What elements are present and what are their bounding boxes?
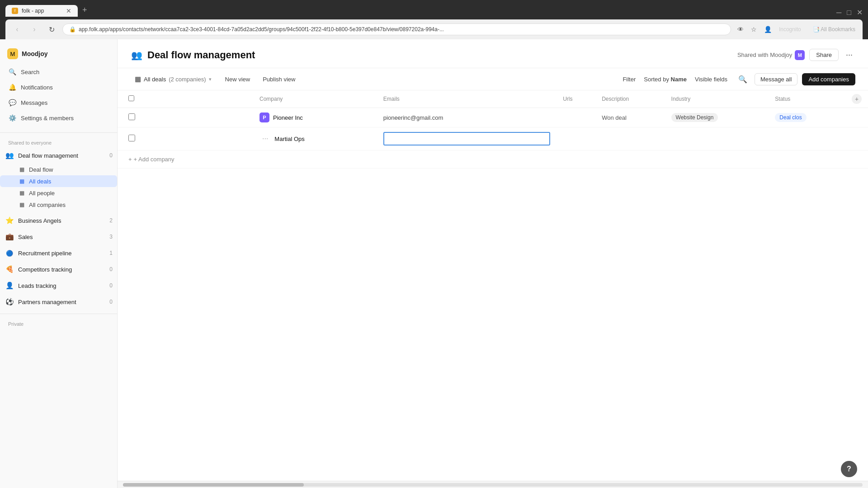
sub-label-all-deals: All deals bbox=[29, 178, 51, 185]
new-tab-button[interactable]: + bbox=[79, 4, 91, 17]
url-cell-martial[interactable] bbox=[557, 127, 595, 150]
more-options-button[interactable]: ··· bbox=[843, 48, 855, 61]
window-controls: ─ □ ✕ bbox=[836, 8, 863, 17]
message-all-button[interactable]: Message all bbox=[755, 73, 797, 85]
group-header-partners[interactable]: ⚽ Partners management 0 bbox=[0, 294, 117, 310]
share-button[interactable]: Share bbox=[809, 49, 839, 61]
all-deals-count: (2 companies) bbox=[169, 76, 206, 83]
forward-button[interactable]: › bbox=[28, 23, 41, 36]
sidebar-item-messages[interactable]: 💬 Messages bbox=[4, 95, 113, 110]
bookmarks-button[interactable]: 📑 All Bookmarks bbox=[811, 24, 857, 34]
company-cell-martial[interactable]: ··· Martial Ops bbox=[253, 127, 377, 150]
profile-icon[interactable]: 👤 bbox=[762, 24, 774, 35]
sub-label-deal-flow: Deal flow bbox=[29, 166, 53, 173]
refresh-button[interactable]: ↻ bbox=[45, 23, 58, 36]
sidebar-sub-item-all-deals[interactable]: ▦ All deals bbox=[0, 175, 117, 187]
close-button[interactable]: ✕ bbox=[857, 8, 863, 17]
desc-cell-pioneer[interactable]: Won deal bbox=[595, 108, 665, 127]
scroll-track[interactable] bbox=[123, 483, 863, 487]
eye-slash-icon[interactable]: 👁 bbox=[736, 24, 745, 35]
th-add-column[interactable]: + bbox=[845, 90, 868, 108]
add-company-row: + + Add company bbox=[118, 150, 868, 169]
add-company-button[interactable]: + + Add company bbox=[128, 154, 175, 164]
browser-actions: 👁 ☆ 👤 Incognito bbox=[736, 24, 803, 35]
add-companies-button[interactable]: Add companies bbox=[802, 73, 855, 85]
group-deal-flow-management: 👥 Deal flow management 0 ▦ Deal flow ▦ A… bbox=[0, 147, 117, 211]
sidebar-item-settings[interactable]: ⚙️ Settings & members bbox=[4, 111, 113, 125]
address-bar[interactable]: 🔒 app.folk.app/apps/contacts/network/cca… bbox=[62, 23, 731, 35]
browser-tabs: f folk - app ✕ + ─ □ ✕ bbox=[5, 4, 863, 17]
grid-icon-4: ▦ bbox=[18, 201, 25, 208]
sidebar-sub-item-all-companies[interactable]: ▦ All companies bbox=[0, 199, 117, 211]
sidebar-item-search[interactable]: 🔍 Search bbox=[4, 65, 113, 79]
group-count-partners: 0 bbox=[109, 299, 113, 305]
app-name: Moodjoy bbox=[22, 50, 48, 57]
status-badge-pioneer: Deal clos bbox=[775, 113, 806, 122]
tab-title: folk - app bbox=[22, 8, 62, 14]
table-header-row: Company Emails Urls Description Industry bbox=[118, 90, 868, 108]
sidebar-sub-item-all-people[interactable]: ▦ All people bbox=[0, 187, 117, 199]
visible-fields-button[interactable]: Visible fields bbox=[691, 74, 731, 85]
row-checkbox-pioneer[interactable] bbox=[128, 113, 135, 120]
status-cell-martial[interactable] bbox=[769, 127, 845, 150]
industry-cell-martial[interactable] bbox=[665, 127, 769, 150]
industry-cell-pioneer[interactable]: Website Design bbox=[665, 108, 769, 127]
people-icon: 👥 bbox=[5, 150, 14, 160]
select-all-checkbox[interactable] bbox=[128, 95, 134, 101]
sidebar-sub-item-deal-flow[interactable]: ▦ Deal flow bbox=[0, 164, 117, 175]
email-input-martial[interactable] bbox=[383, 132, 550, 145]
minimize-button[interactable]: ─ bbox=[836, 9, 841, 17]
group-header-deal-flow-management[interactable]: 👥 Deal flow management 0 bbox=[0, 147, 117, 164]
bell-icon: 🔔 bbox=[8, 83, 16, 91]
group-header-leads[interactable]: 👤 Leads tracking 0 bbox=[0, 277, 117, 294]
plus-icon: + bbox=[128, 156, 132, 163]
shared-section-title: Shared to everyone bbox=[0, 136, 117, 147]
all-deals-filter[interactable]: ▦ All deals (2 companies) ▾ bbox=[130, 73, 216, 85]
sidebar-divider bbox=[0, 132, 117, 133]
search-icon-button[interactable]: 🔍 bbox=[736, 73, 750, 85]
row-checkbox-cell bbox=[118, 108, 253, 127]
person-icon: 👤 bbox=[5, 281, 14, 291]
sidebar-divider-2 bbox=[0, 314, 117, 314]
help-button[interactable]: ? bbox=[841, 461, 857, 477]
publish-view-button[interactable]: Publish view bbox=[259, 74, 299, 85]
row-checkbox-martial[interactable] bbox=[128, 135, 135, 141]
star-icon-sidebar: ⭐ bbox=[5, 216, 14, 225]
add-column-button[interactable]: + bbox=[852, 94, 862, 104]
row-more-button-martial[interactable]: ··· bbox=[259, 134, 271, 144]
new-view-button[interactable]: New view bbox=[222, 74, 254, 85]
group-header-sales[interactable]: 💼 Sales 3 bbox=[0, 229, 117, 245]
url-cell-pioneer[interactable] bbox=[557, 108, 595, 127]
group-header-recruitment[interactable]: 🔵 Recruitment pipeline 1 bbox=[0, 245, 117, 261]
table-header: Company Emails Urls Description Industry bbox=[118, 90, 868, 108]
maximize-button[interactable]: □ bbox=[847, 9, 851, 17]
star-icon[interactable]: ☆ bbox=[749, 24, 759, 35]
add-company-cell: + + Add company bbox=[118, 150, 868, 169]
filter-button[interactable]: Filter bbox=[619, 74, 639, 85]
tab-favicon: f bbox=[12, 8, 18, 14]
group-count-deal-flow: 0 bbox=[109, 152, 113, 159]
group-name-deal-flow: Deal flow management bbox=[18, 152, 106, 159]
tab-close-button[interactable]: ✕ bbox=[66, 8, 71, 14]
group-header-business-angels[interactable]: ⭐ Business Angels 2 bbox=[0, 212, 117, 229]
scroll-thumb[interactable] bbox=[123, 483, 304, 487]
sidebar-notifications-label: Notifications bbox=[21, 84, 53, 91]
sidebar-item-notifications[interactable]: 🔔 Notifications bbox=[4, 80, 113, 94]
horizontal-scrollbar[interactable] bbox=[118, 481, 868, 488]
group-count-business-angels: 2 bbox=[109, 217, 113, 224]
group-header-competitors[interactable]: 🍕 Competitors tracking 0 bbox=[0, 261, 117, 277]
ball-icon: ⚽ bbox=[5, 297, 14, 307]
extra-cell-martial bbox=[845, 127, 868, 150]
email-cell-pioneer[interactable]: pioneerinc@gmail.com bbox=[377, 108, 557, 127]
status-cell-pioneer[interactable]: Deal clos bbox=[769, 108, 845, 127]
desc-cell-martial[interactable] bbox=[595, 127, 665, 150]
search-icon: 🔍 bbox=[8, 68, 16, 76]
header-actions: Shared with Moodjoy M Share ··· bbox=[737, 48, 855, 61]
th-company: Company bbox=[253, 90, 377, 108]
back-button[interactable]: ‹ bbox=[11, 23, 24, 36]
company-cell-pioneer[interactable]: P Pioneer Inc ··· bbox=[253, 108, 377, 127]
sorted-by-label: Sorted by bbox=[644, 76, 669, 83]
table-row: P Pioneer Inc ··· pioneerinc@gmail.com W… bbox=[118, 108, 868, 127]
email-cell-martial-editing[interactable] bbox=[377, 127, 557, 150]
active-tab[interactable]: f folk - app ✕ bbox=[5, 5, 78, 17]
